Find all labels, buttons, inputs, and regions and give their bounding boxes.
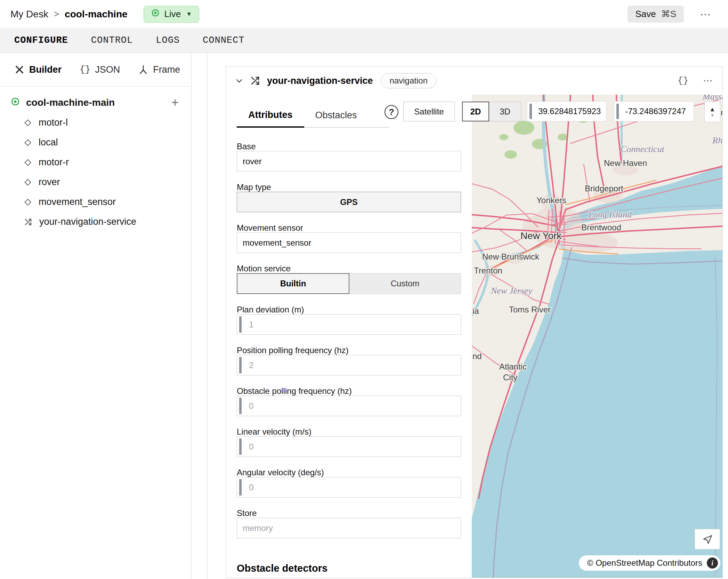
drag-handle[interactable]: [239, 438, 242, 455]
tree-item-label: rover: [39, 177, 60, 188]
base-input[interactable]: [237, 151, 461, 172]
tree-item-label: local: [39, 137, 58, 148]
store-label: Store: [237, 509, 461, 518]
breadcrumb: My Desk > cool-machine: [10, 9, 128, 20]
tree-root-label: cool-machine-main: [26, 97, 115, 108]
longitude-input[interactable]: [614, 102, 694, 121]
mode-frame-label: Frame: [153, 64, 180, 75]
component-diamond-icon: [24, 198, 32, 206]
svg-text:New York: New York: [520, 230, 562, 241]
map-3d-button[interactable]: 3D: [489, 102, 521, 121]
store-input[interactable]: [237, 518, 461, 538]
angular-velocity-input[interactable]: [237, 477, 461, 498]
drag-handle[interactable]: [239, 398, 242, 414]
tab-connect[interactable]: CONNECT: [203, 35, 244, 46]
add-component-button[interactable]: +: [169, 96, 181, 109]
help-icon[interactable]: ?: [385, 105, 398, 119]
service-name-title: your-navigation-service: [267, 76, 373, 86]
tree-item-motor-l[interactable]: motor-l: [0, 113, 191, 133]
attribution-text[interactable]: © OpenStreetMap Contributors: [587, 558, 702, 568]
tree-item-navigation-service[interactable]: your-navigation-service: [0, 212, 191, 232]
drag-handle[interactable]: [529, 104, 532, 119]
map-type-label: Map type: [237, 183, 461, 192]
config-sidebar: Builder {} JSON Frame cool-machine-main: [0, 53, 192, 579]
save-button[interactable]: Save ⌘S: [628, 6, 684, 23]
live-target-icon: [151, 8, 160, 20]
view-mode-switcher: Builder {} JSON Frame: [0, 53, 191, 87]
mode-json[interactable]: {} JSON: [80, 64, 120, 75]
card-body: MassachProRhodConnecticutNew HavenBridge…: [226, 95, 722, 578]
code-json-icon[interactable]: {}: [678, 76, 688, 86]
latitude-input-wrap: [527, 101, 607, 121]
position-polling-field: Position polling frequency (hz): [237, 346, 461, 375]
frame-axes-icon: [138, 64, 148, 75]
tab-logs[interactable]: LOGS: [156, 35, 180, 46]
movement-sensor-field: Movement sensor: [237, 223, 461, 253]
motion-service-toggle: Builtin Custom: [237, 273, 461, 294]
live-status-dropdown[interactable]: Live ▼: [144, 6, 200, 23]
map-canvas: MassachProRhodConnecticutNew HavenBridge…: [472, 95, 722, 578]
tab-obstacles[interactable]: Obstacles: [315, 110, 357, 127]
motion-custom-option[interactable]: Custom: [349, 273, 461, 294]
breadcrumb-home[interactable]: My Desk: [10, 9, 48, 20]
config-main-area: your-navigation-service navigation {} ⋯: [208, 53, 728, 579]
tree-root-machine[interactable]: cool-machine-main +: [0, 93, 191, 113]
card-header: your-navigation-service navigation {} ⋯: [226, 67, 722, 95]
linear-velocity-input[interactable]: [237, 436, 461, 457]
machine-part-tree: cool-machine-main + motor-l local moto: [0, 87, 191, 232]
mode-builder[interactable]: Builder: [14, 64, 62, 75]
mode-frame[interactable]: Frame: [138, 64, 180, 75]
plan-deviation-label: Plan deviation (m): [237, 305, 461, 314]
collapse-chevron-icon[interactable]: [235, 77, 243, 85]
svg-text:Rhod: Rhod: [712, 135, 722, 145]
stepper-down-icon[interactable]: ▼: [710, 112, 715, 118]
sidebar-resize-gutter[interactable]: [192, 53, 208, 579]
card-overflow-icon[interactable]: ⋯: [703, 76, 713, 86]
plan-deviation-input[interactable]: [237, 314, 461, 335]
svg-text:Yonkers: Yonkers: [536, 196, 566, 205]
drag-handle[interactable]: [616, 104, 619, 119]
movement-sensor-input[interactable]: [237, 232, 461, 253]
angular-velocity-label: Angular velocity (deg/s): [237, 468, 461, 477]
svg-text:nd: nd: [472, 351, 482, 361]
tree-item-label: your-navigation-service: [39, 216, 136, 227]
navigation-map[interactable]: MassachProRhodConnecticutNew HavenBridge…: [472, 95, 722, 578]
overflow-menu-button[interactable]: ⋯: [698, 8, 714, 20]
svg-text:City: City: [503, 373, 517, 382]
tree-item-movement-sensor[interactable]: movement_sensor: [0, 192, 191, 212]
tab-control[interactable]: CONTROL: [91, 35, 133, 46]
satellite-toggle-button[interactable]: Satellite: [403, 102, 455, 121]
drag-handle[interactable]: [239, 479, 242, 495]
map-type-gps-button[interactable]: GPS: [237, 192, 461, 212]
position-polling-input[interactable]: [237, 355, 461, 375]
motion-builtin-option[interactable]: Builtin: [237, 273, 349, 294]
info-icon[interactable]: i: [707, 557, 718, 569]
tree-item-motor-r[interactable]: motor-r: [0, 152, 191, 172]
longitude-input-wrap: [614, 101, 694, 121]
tree-item-rover[interactable]: rover: [0, 172, 191, 192]
tree-item-label: motor-l: [39, 117, 68, 128]
map-type-field: Map type GPS: [237, 183, 461, 212]
obstacle-polling-input[interactable]: [237, 396, 461, 416]
drag-handle[interactable]: [239, 357, 242, 373]
live-label: Live: [164, 9, 181, 19]
map-dimension-toggle: 2D 3D: [462, 102, 521, 121]
latitude-input[interactable]: [527, 102, 606, 121]
tab-configure[interactable]: CONFIGURE: [14, 35, 68, 46]
map-attribution[interactable]: © OpenStreetMap Contributors i: [579, 555, 720, 571]
tab-attributes[interactable]: Attributes: [237, 110, 304, 128]
stepper-up-icon[interactable]: ▲: [709, 106, 715, 112]
svg-text:Long Island: Long Island: [588, 209, 632, 220]
svg-text:ia: ia: [472, 306, 479, 316]
locate-button[interactable]: [695, 529, 720, 549]
chevron-down-icon: ▼: [186, 11, 192, 18]
zoom-stepper: ▲ ▼: [704, 101, 720, 122]
map-2d-button[interactable]: 2D: [462, 102, 489, 121]
tree-item-local[interactable]: local: [0, 133, 191, 152]
base-label: Base: [237, 142, 461, 151]
svg-text:Brentwood: Brentwood: [581, 223, 621, 232]
drag-handle[interactable]: [239, 316, 242, 333]
navigation-service-icon: [250, 76, 260, 86]
tree-item-label: movement_sensor: [39, 197, 116, 207]
component-diamond-icon: [24, 179, 32, 186]
